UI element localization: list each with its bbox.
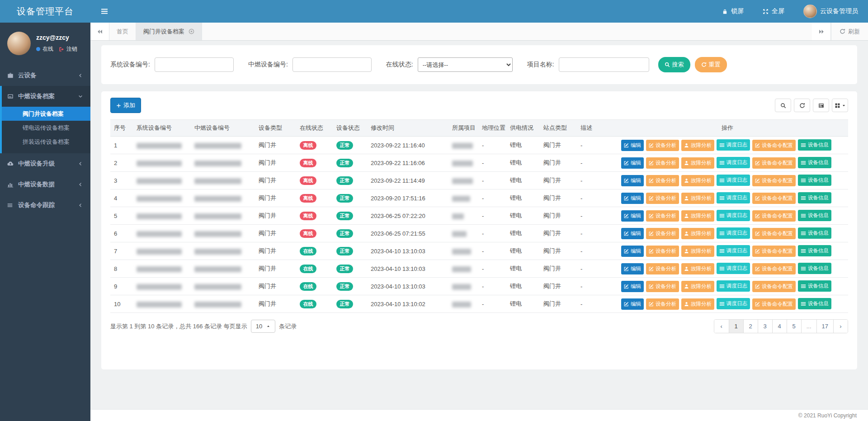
edit-button[interactable]: 编辑 [621,193,644,204]
edit-button[interactable]: 编辑 [621,263,644,274]
online-status-select[interactable]: --请选择-- [418,57,513,72]
fullscreen-button[interactable]: 全屏 [763,7,784,15]
sidebar-subitem[interactable]: 锂电远传设备档案 [2,121,90,135]
tab-home[interactable]: 首页 [109,23,136,40]
device-info-button[interactable]: 设备信息 [798,175,831,186]
device-info-button[interactable]: 设备信息 [798,245,831,256]
dispatch-log-button[interactable]: 调度日志 [717,298,750,309]
prev-page-button[interactable]: ‹ [714,320,729,333]
toggle-search-button[interactable] [775,99,791,112]
page-button[interactable]: 4 [772,320,787,333]
device-command-config-button[interactable]: 设备命令配置 [752,263,796,274]
logout-button[interactable]: 注销 [59,45,77,53]
device-analysis-button[interactable]: 设备分析 [646,210,679,222]
zr-device-no-input[interactable] [292,57,372,72]
page-button[interactable]: 5 [787,320,801,333]
dispatch-log-button[interactable]: 调度日志 [717,280,750,292]
refresh-table-button[interactable] [794,99,810,112]
dispatch-log-button[interactable]: 调度日志 [717,210,750,221]
device-command-config-button[interactable]: 设备命令配置 [752,281,796,292]
fault-analysis-button[interactable]: 故障分析 [681,246,714,257]
page-ellipsis[interactable]: ... [801,320,816,333]
edit-button[interactable]: 编辑 [621,228,644,239]
add-button[interactable]: 添加 [110,98,141,113]
dispatch-log-button[interactable]: 调度日志 [717,192,750,203]
dispatch-log-button[interactable]: 调度日志 [717,227,750,239]
edit-button[interactable]: 编辑 [621,281,644,292]
fault-analysis-button[interactable]: 故障分析 [681,193,714,204]
sidebar-item[interactable]: 设备命令跟踪 [0,195,90,216]
fault-analysis-button[interactable]: 故障分析 [681,228,714,239]
device-info-button[interactable]: 设备信息 [798,210,831,221]
refresh-tab-button[interactable]: 刷新 [831,23,868,40]
next-page-button[interactable]: › [833,320,848,333]
device-analysis-button[interactable]: 设备分析 [646,140,679,151]
tabs-scroll-right-button[interactable] [812,23,831,40]
device-analysis-button[interactable]: 设备分析 [646,246,679,257]
edit-button[interactable]: 编辑 [621,246,644,257]
device-command-config-button[interactable]: 设备命令配置 [752,175,796,186]
fault-analysis-button[interactable]: 故障分析 [681,263,714,274]
reset-button[interactable]: 重置 [695,57,727,72]
edit-button[interactable]: 编辑 [621,298,644,310]
device-analysis-button[interactable]: 设备分析 [646,157,679,169]
edit-button[interactable]: 编辑 [621,210,644,222]
dispatch-log-button[interactable]: 调度日志 [717,245,750,256]
device-analysis-button[interactable]: 设备分析 [646,193,679,204]
sidebar-subitem[interactable]: 拼装远传设备档案 [2,135,90,149]
dispatch-log-button[interactable]: 调度日志 [717,263,750,274]
device-analysis-button[interactable]: 设备分析 [646,298,679,310]
page-button[interactable]: 1 [729,320,743,333]
toggle-view-button[interactable] [813,99,829,112]
sidebar-subitem[interactable]: 阀门井设备档案 [2,107,90,121]
search-button[interactable]: 搜索 [658,57,690,72]
fault-analysis-button[interactable]: 故障分析 [681,157,714,169]
avatar[interactable] [7,32,31,55]
device-command-config-button[interactable]: 设备命令配置 [752,193,796,204]
sidebar-item[interactable]: 云设备 [0,65,90,86]
dispatch-log-button[interactable]: 调度日志 [717,157,750,168]
device-info-button[interactable]: 设备信息 [798,263,831,274]
device-info-button[interactable]: 设备信息 [798,298,831,309]
tab-valve-well-archive[interactable]: 阀门井设备档案 [136,23,202,40]
fault-analysis-button[interactable]: 故障分析 [681,298,714,310]
device-command-config-button[interactable]: 设备命令配置 [752,210,796,222]
page-button[interactable]: 2 [743,320,758,333]
columns-button[interactable] [832,99,848,112]
page-button[interactable]: 3 [758,320,772,333]
fault-analysis-button[interactable]: 故障分析 [681,140,714,151]
edit-button[interactable]: 编辑 [621,157,644,169]
fault-analysis-button[interactable]: 故障分析 [681,175,714,186]
device-info-button[interactable]: 设备信息 [798,192,831,203]
device-analysis-button[interactable]: 设备分析 [646,175,679,186]
tabs-scroll-left-button[interactable] [90,23,109,40]
sidebar-item[interactable]: 中燃设备数据 [0,174,90,195]
dispatch-log-button[interactable]: 调度日志 [717,139,750,151]
page-button[interactable]: 17 [816,320,833,333]
dispatch-log-button[interactable]: 调度日志 [717,175,750,186]
device-command-config-button[interactable]: 设备命令配置 [752,228,796,239]
device-command-config-button[interactable]: 设备命令配置 [752,140,796,151]
device-info-button[interactable]: 设备信息 [798,139,831,151]
sidebar-toggle-icon[interactable] [100,8,108,15]
sidebar-item[interactable]: 中燃设备档案 [2,86,90,107]
device-analysis-button[interactable]: 设备分析 [646,263,679,274]
user-menu[interactable]: 云设备管理员 [803,5,858,18]
device-info-button[interactable]: 设备信息 [798,227,831,239]
sidebar-item[interactable]: 中燃设备升级 [0,153,90,174]
device-info-button[interactable]: 设备信息 [798,280,831,292]
edit-button[interactable]: 编辑 [621,140,644,151]
device-analysis-button[interactable]: 设备分析 [646,228,679,239]
lock-screen-button[interactable]: 锁屏 [722,7,744,15]
device-command-config-button[interactable]: 设备命令配置 [752,157,796,169]
device-command-config-button[interactable]: 设备命令配置 [752,246,796,257]
fault-analysis-button[interactable]: 故障分析 [681,281,714,292]
edit-button[interactable]: 编辑 [621,175,644,186]
project-name-input[interactable] [559,57,649,72]
close-tab-icon[interactable] [189,28,194,34]
device-info-button[interactable]: 设备信息 [798,157,831,168]
device-command-config-button[interactable]: 设备命令配置 [752,298,796,310]
fault-analysis-button[interactable]: 故障分析 [681,210,714,222]
system-device-no-input[interactable] [155,57,234,72]
page-size-select[interactable]: 10 [251,320,275,333]
